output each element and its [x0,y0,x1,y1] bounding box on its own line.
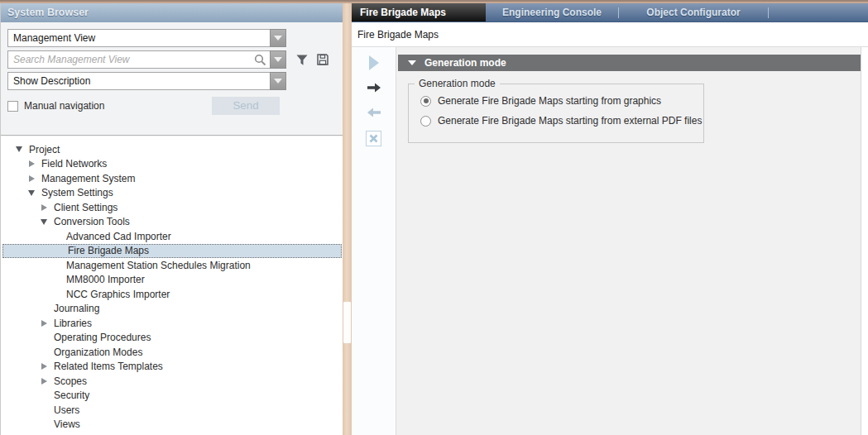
move-left-button[interactable] [367,107,381,118]
application-window: System Browser Management View [0,0,868,435]
description-combo[interactable]: Show Description [7,72,286,90]
manual-navigation-checkbox[interactable] [7,101,18,112]
tree-item[interactable]: Fire Brigade Maps [2,244,342,259]
run-button[interactable] [367,55,380,71]
tree-item[interactable]: Client Settings [1,200,343,215]
scrollbar-thumb[interactable] [343,302,351,343]
groupbox-legend: Generation mode [415,78,500,89]
search-options-dropdown-button[interactable] [270,50,286,69]
tree-item-label: Project [29,144,60,155]
tree-item[interactable]: Conversion Tools [1,215,343,230]
tree-item[interactable]: Journaling [1,302,343,317]
radio-option[interactable]: Generate Fire Brigade Maps starting from… [420,95,661,107]
tree-item[interactable]: Libraries [1,316,343,331]
expander-slot [37,363,50,370]
save-button[interactable] [315,52,329,66]
tree-item-label: Conversion Tools [54,216,130,227]
collapse-icon[interactable] [41,219,47,225]
search-icon[interactable] [254,54,266,66]
radio-button[interactable] [420,96,431,107]
expand-icon[interactable] [41,320,47,327]
view-combo-value[interactable]: Management View [7,29,270,47]
search-row [7,50,286,69]
tree-item[interactable]: Advanced Cad Importer [1,229,343,244]
tree-item-label: Views [54,418,80,430]
view-combo-dropdown-button[interactable] [270,29,286,47]
tab-object-configurator[interactable]: Object Configurator [619,3,768,22]
tree-item[interactable]: Organization Modes [1,345,343,360]
tree-item[interactable]: Field Networks [1,157,343,172]
search-field[interactable] [7,50,270,69]
tree-item-label: Client Settings [54,202,117,213]
expander-slot [37,378,50,385]
chevron-down-icon [274,57,282,62]
view-combo[interactable]: Management View [7,29,286,47]
tree-item[interactable]: Management Station Schedules Migration [1,258,343,273]
expander-slot [12,146,26,152]
description-combo-dropdown-button[interactable] [270,72,286,90]
action-buttons-column [352,47,396,435]
tree-item-label: Operating Procedures [54,332,151,343]
tree-item-label: Management Station Schedules Migration [66,260,251,271]
vertical-scrollbar-track[interactable] [861,47,868,435]
floppy-disk-icon [316,53,329,66]
filter-button[interactable] [295,53,309,66]
tab-engineering-console[interactable]: Engineering Console [486,3,618,22]
tree-item[interactable]: System Settings [1,186,343,201]
send-button[interactable]: Send [212,97,280,115]
generation-mode-groupbox: Generation mode Generate Fire Brigade Ma… [408,84,704,143]
tree-item-label: MM8000 Importer [66,274,145,285]
tree-item[interactable]: Operating Procedures [1,331,343,346]
tree-item[interactable]: Management System [1,171,343,186]
collapse-triangle-icon[interactable] [408,60,416,65]
radio-button[interactable] [420,116,431,127]
page-title-row: Fire Brigade Maps [352,22,868,46]
tab-divider [768,7,769,18]
collapse-icon[interactable] [16,146,22,152]
tree-item[interactable]: Scopes [1,374,343,389]
expand-icon[interactable] [29,175,35,182]
collapse-icon[interactable] [28,190,35,196]
tab-bar: Fire Brigade MapsEngineering ConsoleObje… [352,3,868,22]
tree-item-label: Scopes [54,375,87,387]
tab-fire-brigade-maps[interactable]: Fire Brigade Maps [352,3,486,22]
tree-item-label: System Settings [41,187,113,198]
system-browser-controls: Management View [1,22,343,136]
tree-item-label: Security [54,390,89,401]
tree-item-label: Field Networks [41,158,107,170]
tree-item-label: Users [54,404,79,416]
expander-slot [25,160,38,167]
clear-button[interactable] [366,130,381,146]
description-combo-value[interactable]: Show Description [7,72,270,90]
expand-icon[interactable] [29,160,35,167]
clear-x-icon [366,131,381,146]
tree-item[interactable]: Users [1,403,343,418]
tree-item-label: Related Items Templates [54,361,163,372]
radio-option[interactable]: Generate Fire Brigade Maps starting from… [420,115,702,127]
expander-slot [25,190,38,196]
tree-item-label: Libraries [54,318,92,329]
move-right-button[interactable] [367,82,381,93]
tree-item-label: Journaling [54,303,99,314]
search-input[interactable] [13,54,254,65]
tree-item[interactable]: Security [1,389,343,404]
page-title: Fire Brigade Maps [357,29,439,41]
expand-icon[interactable] [41,204,47,211]
generation-mode-section-header[interactable]: Generation mode [398,55,861,71]
system-tree: ProjectField NetworksManagement SystemSy… [1,136,343,435]
expander-slot [37,320,50,327]
tree-item[interactable]: MM8000 Importer [1,273,343,288]
tree-item[interactable]: Views [1,418,343,433]
tree-item[interactable]: Related Items Templates [1,360,343,375]
arrow-right-icon [367,82,381,93]
tree-item[interactable]: NCC Graphics Importer [1,287,343,302]
expand-icon[interactable] [41,363,47,370]
tree-item-label: Advanced Cad Importer [66,231,171,242]
panel-splitter-scrollbar[interactable] [343,3,352,435]
tree-item[interactable]: Project [1,142,343,157]
expand-icon[interactable] [41,378,47,385]
system-browser-panel: System Browser Management View [0,3,343,435]
detail-content: Generation mode Generation mode Generate… [396,47,861,435]
chevron-down-icon [274,36,282,41]
chevron-down-icon [274,79,282,84]
